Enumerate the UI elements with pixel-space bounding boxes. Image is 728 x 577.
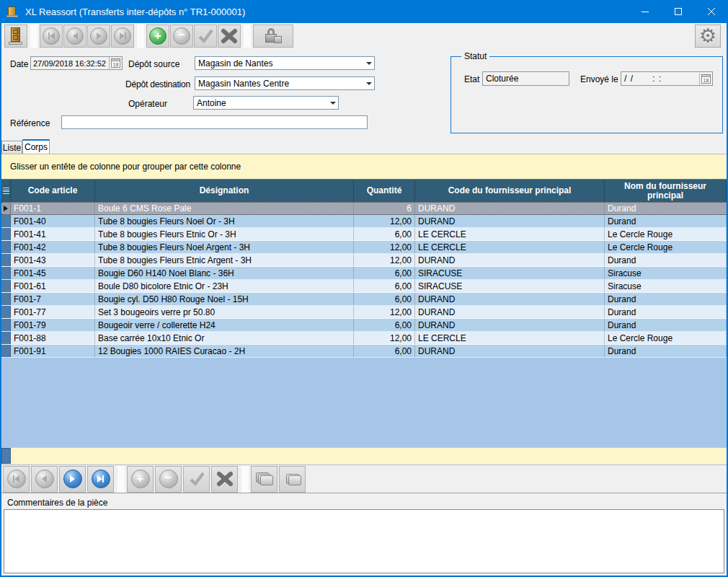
column-header-nom-fournisseur[interactable]: Nom du fournisseur principal <box>605 180 727 202</box>
envoye-calendar-button[interactable]: 18 <box>699 73 712 85</box>
row-indicator[interactable] <box>1 332 11 344</box>
row-indicator-header[interactable] <box>1 180 11 202</box>
cell-designation: Base carrée 10x10 Etnic Or <box>95 332 354 344</box>
next-record-button[interactable] <box>87 25 110 48</box>
tab-corps[interactable]: Corps <box>22 139 50 154</box>
toolbar-separator <box>137 25 144 48</box>
paste-icon <box>283 471 302 487</box>
row-indicator[interactable] <box>1 203 11 214</box>
previous-record-icon <box>66 27 84 45</box>
cell-quantite: 6,00 <box>354 267 415 279</box>
depot-source-value: Magasin de Nantes <box>198 58 272 69</box>
first-row-icon <box>7 470 26 488</box>
cell-code-fournisseur: DURAND <box>415 203 605 214</box>
cell-code-article: F001-88 <box>11 332 95 344</box>
etat-label: Etat <box>464 74 479 84</box>
reference-input[interactable] <box>61 115 368 129</box>
cancel-row-button[interactable] <box>211 466 238 493</box>
paste-rows-button[interactable] <box>279 466 306 493</box>
close-button[interactable] <box>695 0 728 23</box>
validate-button[interactable] <box>194 25 217 48</box>
scrollbar-thumb[interactable] <box>1 448 11 464</box>
maximize-button[interactable] <box>662 0 695 23</box>
plus-icon: + <box>149 27 167 45</box>
date-calendar-button[interactable]: 18 <box>109 57 122 69</box>
first-record-icon <box>43 27 60 45</box>
row-indicator[interactable] <box>1 267 11 279</box>
remove-row-button[interactable]: − <box>155 466 182 493</box>
grid-toolbar: + − <box>1 464 727 493</box>
cell-code-article: F001-1 <box>11 203 95 214</box>
last-record-button[interactable] <box>111 25 134 48</box>
cell-nom-fournisseur: Durand <box>605 345 727 357</box>
add-row-button[interactable]: + <box>127 466 154 493</box>
minimize-button[interactable] <box>629 0 662 23</box>
table-row[interactable]: F001-45Bougie D60 H140 Noel Blanc - 36H6… <box>1 267 727 280</box>
add-button[interactable]: + <box>146 25 169 48</box>
cell-quantite: 12,00 <box>354 254 415 266</box>
cell-designation: Tube 8 bougies Fleurs Noel Argent - 3H <box>95 241 354 253</box>
row-indicator[interactable] <box>1 345 11 357</box>
envoye-field: / / : : 18 <box>621 71 713 86</box>
table-row[interactable]: F001-88Base carrée 10x10 Etnic Or12,00LE… <box>1 332 727 345</box>
operateur-label: Opérateur <box>128 99 167 109</box>
column-header-designation[interactable]: Désignation <box>95 180 354 202</box>
table-row[interactable]: F001-7Bougie cyl. D50 H80 Rouge Noel - 1… <box>1 293 727 306</box>
table-row[interactable]: F001-9112 Bougies 1000 RAIES Curacao - 2… <box>1 345 727 358</box>
table-row[interactable]: F001-1Boule 6 CMS Rose Pale6DURANDDurand <box>1 202 727 215</box>
cell-code-fournisseur: SIRACUSE <box>415 267 605 279</box>
table-row[interactable]: F001-79Bougeoir verre / collerette H246,… <box>1 319 727 332</box>
previous-row-button[interactable] <box>31 466 58 493</box>
row-indicator[interactable] <box>1 254 11 266</box>
cell-code-fournisseur: LE CERCLE <box>415 241 605 253</box>
cell-quantite: 6,00 <box>354 228 415 240</box>
first-row-button[interactable] <box>3 466 30 493</box>
row-indicator[interactable] <box>1 306 11 318</box>
table-row[interactable]: F001-41Tube 8 bougies Fleurs Etnic Or - … <box>1 228 727 241</box>
date-field[interactable]: 27/09/2018 16:32:52 18 <box>30 56 123 70</box>
column-header-code-article[interactable]: Code article <box>11 180 95 202</box>
table-row[interactable]: F001-40Tube 8 bougies Fleurs Noel Or - 3… <box>1 215 727 228</box>
copy-rows-button[interactable] <box>251 466 278 493</box>
cell-code-fournisseur: LE CERCLE <box>415 332 605 344</box>
depot-source-select[interactable]: Magasin de Nantes <box>195 56 375 70</box>
comments-label: Commentaires de la pièce <box>7 498 107 508</box>
depot-destination-select[interactable]: Magasin Nantes Centre <box>195 76 375 90</box>
cell-code-fournisseur: DURAND <box>415 293 605 305</box>
cell-designation: Tube 8 bougies Fleurs Etnic Argent - 3H <box>95 254 354 266</box>
row-indicator[interactable] <box>1 319 11 331</box>
row-indicator[interactable] <box>1 280 11 292</box>
table-row[interactable]: F001-77Set 3 bougeoirs verre pr 50.8012,… <box>1 306 727 319</box>
envoye-label: Envoyé le <box>580 74 618 84</box>
operateur-select[interactable]: Antoine <box>193 96 339 110</box>
remove-button[interactable]: − <box>170 25 193 48</box>
calendar-icon: 18 <box>111 58 120 68</box>
column-header-code-fournisseur[interactable]: Code du fournisseur principal <box>415 180 605 202</box>
current-row-arrow-icon <box>4 206 8 211</box>
cell-nom-fournisseur: Durand <box>605 254 727 266</box>
settings-button[interactable]: ⚙ <box>695 25 721 48</box>
row-indicator[interactable] <box>1 228 11 240</box>
table-row[interactable]: F001-43Tube 8 bougies Fleurs Etnic Argen… <box>1 254 727 267</box>
depot-source-label: Dépôt source <box>128 59 179 69</box>
lock-button[interactable] <box>253 25 293 48</box>
table-row[interactable]: F001-42Tube 8 bougies Fleurs Noel Argent… <box>1 241 727 254</box>
reference-label: Référence <box>10 118 50 128</box>
table-row[interactable]: F001-61Boule D80 bicolore Etnic Or - 23H… <box>1 280 727 293</box>
first-record-button[interactable] <box>40 25 63 48</box>
cell-nom-fournisseur: Le Cercle Rouge <box>605 241 727 253</box>
row-indicator[interactable] <box>1 215 11 227</box>
last-row-button[interactable] <box>87 466 114 493</box>
horizontal-scrollbar[interactable] <box>1 447 727 464</box>
row-indicator[interactable] <box>1 293 11 305</box>
previous-record-button[interactable] <box>63 25 86 48</box>
exit-button[interactable] <box>4 25 27 48</box>
cancel-button[interactable] <box>218 25 241 48</box>
validate-row-button[interactable] <box>183 466 210 493</box>
comments-textarea[interactable] <box>4 509 724 573</box>
cell-designation: Bougie cyl. D50 H80 Rouge Noel - 15H <box>95 293 354 305</box>
next-row-button[interactable] <box>59 466 86 493</box>
row-indicator[interactable] <box>1 241 11 253</box>
column-header-quantite[interactable]: Quantité <box>354 180 415 202</box>
tab-liste[interactable]: Liste <box>1 141 22 154</box>
